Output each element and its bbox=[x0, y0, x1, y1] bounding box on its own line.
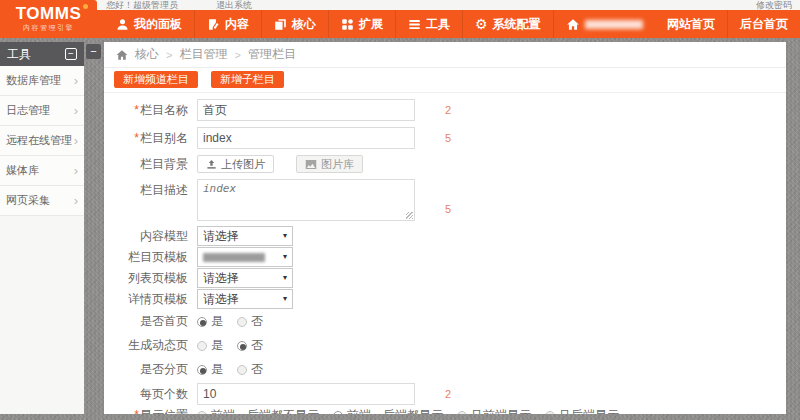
form-row-column-name: *栏目名称 2 bbox=[114, 99, 786, 121]
radio-option-no[interactable]: 否 bbox=[237, 315, 263, 328]
field-label: 生成动态页 bbox=[114, 337, 188, 354]
nav-item-core[interactable]: 核心 bbox=[261, 10, 328, 38]
chevron-right-icon: › bbox=[74, 104, 78, 117]
add-channel-column-button[interactable]: 新增频道栏目 bbox=[114, 71, 198, 88]
upload-icon bbox=[206, 159, 217, 170]
radio-option-back-only[interactable]: 只后端显示 bbox=[545, 409, 619, 414]
nav-item-dashboard[interactable]: 我的面板 bbox=[104, 10, 194, 38]
radio-option-front-only[interactable]: 只前端显示 bbox=[457, 409, 531, 414]
radio-selected-icon[interactable] bbox=[333, 411, 343, 415]
radio-option-yes[interactable]: 是 bbox=[197, 363, 223, 376]
site-name-redacted bbox=[585, 20, 643, 29]
radio-unselected-icon[interactable] bbox=[197, 411, 207, 415]
sidebar-item-media[interactable]: 媒体库 › bbox=[0, 156, 84, 186]
resize-grip-icon[interactable] bbox=[406, 212, 413, 219]
radio-option-hide-both[interactable]: 前端、后端都不显示 bbox=[197, 409, 319, 414]
nav-item-system-config[interactable]: ⚙ 系统配置 bbox=[462, 10, 553, 38]
validation-hint: 5 bbox=[445, 132, 451, 144]
field-label: 是否首页 bbox=[114, 313, 188, 330]
select-value: 请选择 bbox=[203, 291, 239, 308]
field-label: 栏目背景 bbox=[114, 156, 188, 173]
top-strip: 您好！超级管理员 退出系统 修改密码 bbox=[0, 0, 800, 10]
radio-unselected-icon[interactable] bbox=[237, 365, 247, 375]
chevron-right-icon: › bbox=[74, 74, 78, 87]
sidebar-item-label: 日志管理 bbox=[6, 103, 50, 118]
radio-selected-icon[interactable] bbox=[237, 341, 247, 351]
hamburger-icon bbox=[408, 18, 421, 31]
field-label: 是否分页 bbox=[114, 361, 188, 378]
chevron-right-icon: › bbox=[74, 134, 78, 147]
radio-option-yes[interactable]: 是 bbox=[197, 315, 223, 328]
field-label: *栏目名称 bbox=[114, 102, 188, 119]
nav-item-content[interactable]: 内容 bbox=[194, 10, 261, 38]
column-description-textarea[interactable]: index bbox=[197, 179, 415, 221]
grid-icon bbox=[341, 18, 354, 31]
nav-item-label: 系统配置 bbox=[493, 16, 541, 33]
radio-unselected-icon[interactable] bbox=[545, 411, 555, 415]
nav-item-extensions[interactable]: 扩展 bbox=[328, 10, 395, 38]
generate-dynamic-radio-group: 是 否 bbox=[197, 339, 263, 352]
radio-unselected-icon[interactable] bbox=[457, 411, 467, 415]
radio-unselected-icon[interactable] bbox=[197, 341, 207, 351]
form-row-detail-template: 详情页模板 请选择 ▾ bbox=[114, 289, 786, 309]
sidebar-minimize-button[interactable]: − bbox=[65, 48, 77, 60]
image-gallery-button[interactable]: 图片库 bbox=[296, 155, 363, 173]
nav-item-label: 我的面板 bbox=[134, 16, 182, 33]
sidebar-header: 工具 − bbox=[0, 42, 84, 66]
list-template-select[interactable]: 请选择 ▾ bbox=[197, 268, 293, 288]
sidebar-gutter: − bbox=[84, 42, 104, 414]
image-icon bbox=[305, 159, 317, 170]
form-row-content-model: 内容模型 请选择 ▾ bbox=[114, 226, 786, 246]
sidebar-item-label: 媒体库 bbox=[6, 163, 39, 178]
column-template-select[interactable]: ▾ bbox=[197, 247, 293, 267]
stacked-pages-icon bbox=[274, 18, 287, 31]
column-edit-form: *栏目名称 2 *栏目别名 5 栏目背景 上传图片 bbox=[104, 93, 786, 414]
radio-unselected-icon[interactable] bbox=[237, 317, 247, 327]
radio-option-show-both[interactable]: 前端、后端都显示 bbox=[333, 409, 443, 414]
items-per-page-input[interactable] bbox=[197, 383, 415, 405]
breadcrumb-separator: > bbox=[234, 49, 240, 61]
nav-item-admin-home[interactable]: 后台首页 bbox=[727, 10, 800, 38]
gear-icon: ⚙ bbox=[475, 17, 488, 31]
field-label: 详情页模板 bbox=[114, 291, 188, 308]
sidebar-item-webcollect[interactable]: 网页采集 › bbox=[0, 186, 84, 216]
breadcrumb-item-column-mgmt[interactable]: 栏目管理 bbox=[179, 46, 227, 63]
breadcrumb-item-manage-column: 管理栏目 bbox=[248, 46, 296, 63]
required-asterisk: * bbox=[134, 131, 139, 145]
home-icon bbox=[566, 18, 580, 31]
form-row-is-paginated: 是否分页 是 否 bbox=[114, 361, 786, 378]
greeting-text: 您好！超级管理员 bbox=[106, 0, 178, 10]
field-label: 栏目描述 bbox=[114, 182, 188, 199]
display-position-radio-group: 前端、后端都不显示 前端、后端都显示 只前端显示 只后端显示 bbox=[197, 409, 619, 414]
sidebar-item-remote[interactable]: 远程在线管理 › bbox=[0, 126, 84, 156]
logo-title: TOMMS bbox=[16, 4, 81, 23]
content-model-select[interactable]: 请选择 ▾ bbox=[197, 226, 293, 246]
nav-item-tools[interactable]: 工具 bbox=[395, 10, 462, 38]
radio-option-no[interactable]: 否 bbox=[237, 363, 263, 376]
logout-link[interactable]: 退出系统 bbox=[216, 0, 252, 10]
detail-template-select[interactable]: 请选择 ▾ bbox=[197, 289, 293, 309]
form-row-display-position: *显示位置 前端、后端都不显示 前端、后端都显示 只前端显示 只后端显示 bbox=[114, 407, 786, 414]
chevron-right-icon: › bbox=[74, 164, 78, 177]
form-row-column-background: 栏目背景 上传图片 图片库 bbox=[114, 155, 786, 173]
field-label: *栏目别名 bbox=[114, 130, 188, 147]
radio-selected-icon[interactable] bbox=[197, 365, 207, 375]
field-label: 列表页模板 bbox=[114, 270, 188, 287]
sidebar-collapse-tab[interactable]: − bbox=[86, 44, 101, 59]
radio-selected-icon[interactable] bbox=[197, 317, 207, 327]
workspace-background: 工具 − 数据库管理 › 日志管理 › 远程在线管理 › 媒体库 › 网页采集 … bbox=[0, 38, 800, 420]
nav-item-website-home[interactable]: 网站首页 bbox=[655, 10, 727, 38]
sidebar-item-database[interactable]: 数据库管理 › bbox=[0, 66, 84, 96]
radio-option-no[interactable]: 否 bbox=[237, 339, 263, 352]
breadcrumb-item-core[interactable]: 核心 bbox=[135, 46, 159, 63]
nav-item-site-home[interactable] bbox=[553, 10, 655, 38]
form-row-generate-dynamic: 生成动态页 是 否 bbox=[114, 337, 786, 354]
add-sub-column-button[interactable]: 新增子栏目 bbox=[211, 71, 284, 88]
column-name-input[interactable] bbox=[197, 99, 415, 121]
sidebar-item-logs[interactable]: 日志管理 › bbox=[0, 96, 84, 126]
change-password-link[interactable]: 修改密码 bbox=[756, 0, 792, 10]
chevron-down-icon: ▾ bbox=[283, 253, 287, 261]
radio-option-yes[interactable]: 是 bbox=[197, 339, 223, 352]
column-alias-input[interactable] bbox=[197, 127, 415, 149]
upload-image-button[interactable]: 上传图片 bbox=[197, 155, 274, 173]
